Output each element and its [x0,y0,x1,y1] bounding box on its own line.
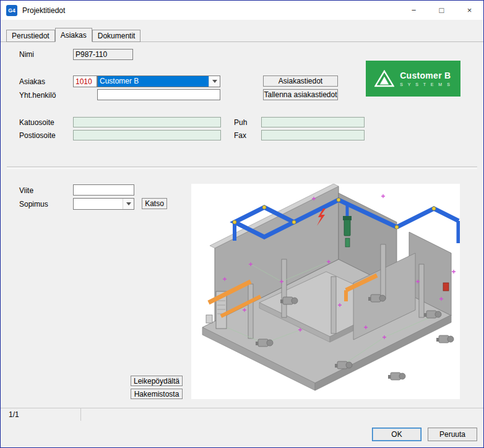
chevron-down-icon[interactable] [209,76,220,87]
asiakastiedot-button[interactable]: Asiakastiedot [263,75,338,87]
tab-perustiedot[interactable]: Perustiedot [6,30,55,42]
close-icon[interactable]: × [456,1,483,20]
window-title: Projektitiedot [22,6,65,15]
nimi-label: Nimi [19,50,34,59]
maximize-icon[interactable]: □ [428,1,456,20]
asiakas-selected-value: Customer B [98,76,209,87]
viite-input[interactable] [73,184,134,196]
mountain-triangle-icon [374,70,394,87]
fax-label: Fax [234,131,246,140]
asiakas-label: Asiakas [19,77,45,86]
postiosoite-label: Postiosoite [19,131,56,140]
logo-subtitle: S Y S T E M S [400,82,452,87]
chevron-down-icon[interactable] [123,199,134,209]
leikepoydalta-button[interactable]: Leikepöydältä [131,376,183,386]
ok-button[interactable]: OK [372,428,421,441]
logo-name: Customer B [400,71,452,80]
tab-asiakas[interactable]: Asiakas [55,28,92,42]
title-bar[interactable]: G4 Projektitiedot − □ × [1,1,483,20]
tab-dokumentit[interactable]: Dokumentit [92,30,141,42]
katso-button[interactable]: Katso [142,198,167,209]
dialog-projektitiedot: G4 Projektitiedot − □ × Perustiedot Asia… [0,0,484,448]
app-icon-text: G4 [8,7,15,14]
sopimus-selected-value [74,199,123,209]
status-page-indicator: 1/1 [1,408,81,421]
minimize-icon[interactable]: − [400,1,428,20]
customer-logo: Customer B S Y S T E M S [366,61,460,97]
nimi-input[interactable] [73,49,133,60]
window-controls: − □ × [400,1,483,20]
hakemistosta-button[interactable]: Hakemistosta [131,389,183,399]
logo-text: Customer B S Y S T E M S [400,71,452,87]
sopimus-label: Sopimus [19,200,48,209]
project-3d-preview [191,184,460,399]
tab-strip: Perustiedot Asiakas Dokumentit [1,28,483,42]
separator [7,166,477,169]
sopimus-combobox[interactable] [73,198,134,210]
asiakas-code-input[interactable] [73,75,97,87]
katuosoite-label: Katuosoite [19,118,54,127]
puh-input[interactable] [261,117,365,127]
puh-label: Puh [234,118,247,127]
3d-cad-image [191,184,460,399]
fax-input[interactable] [261,130,365,140]
app-icon: G4 [6,5,17,16]
yhthenkilo-label: Yht.henkilö [19,91,56,100]
asiakas-combobox[interactable]: Customer B [97,75,220,87]
yhthenkilo-input[interactable] [97,89,220,100]
katuosoite-input[interactable] [73,117,221,127]
cancel-button[interactable]: Peruuta [428,428,477,441]
tallenna-asiakastiedot-button[interactable]: Tallenna asiakastiedot [263,89,338,100]
viite-label: Viite [19,186,33,195]
postiosoite-input[interactable] [73,130,221,140]
status-bar: 1/1 [1,408,483,421]
